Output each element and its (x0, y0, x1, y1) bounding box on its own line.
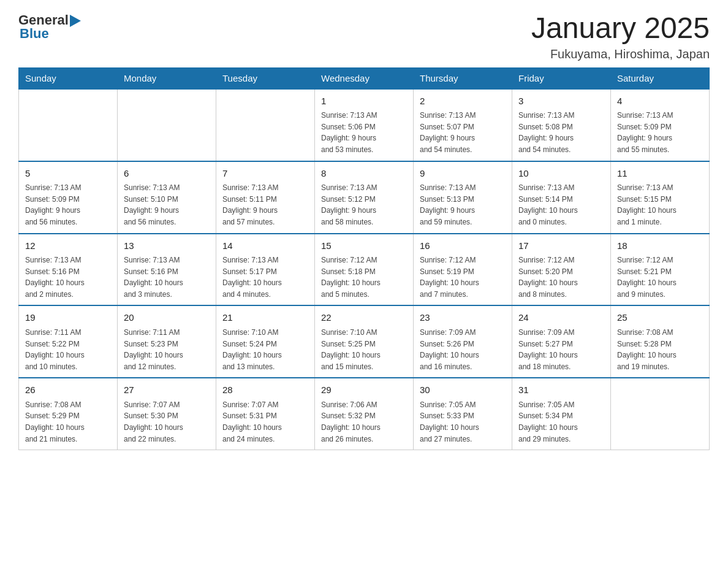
column-header-saturday: Saturday (611, 67, 710, 89)
calendar-empty-cell (19, 89, 118, 161)
logo-triangle-icon (70, 15, 81, 27)
day-number: 4 (617, 94, 703, 109)
title-section: January 2025 Fukuyama, Hiroshima, Japan (531, 12, 710, 61)
calendar-day-11: 11Sunrise: 7:13 AM Sunset: 5:15 PM Dayli… (611, 161, 710, 234)
day-info: Sunrise: 7:08 AM Sunset: 5:29 PM Dayligh… (25, 399, 111, 445)
calendar-day-19: 19Sunrise: 7:11 AM Sunset: 5:22 PM Dayli… (19, 305, 118, 378)
calendar-day-23: 23Sunrise: 7:09 AM Sunset: 5:26 PM Dayli… (414, 305, 512, 378)
day-number: 16 (420, 239, 506, 253)
day-info: Sunrise: 7:11 AM Sunset: 5:23 PM Dayligh… (124, 327, 210, 372)
calendar-day-21: 21Sunrise: 7:10 AM Sunset: 5:24 PM Dayli… (216, 305, 315, 378)
day-number: 18 (617, 239, 703, 253)
calendar-day-16: 16Sunrise: 7:12 AM Sunset: 5:19 PM Dayli… (414, 234, 512, 306)
day-info: Sunrise: 7:06 AM Sunset: 5:32 PM Dayligh… (321, 399, 407, 445)
calendar-empty-cell (216, 89, 315, 161)
calendar-day-18: 18Sunrise: 7:12 AM Sunset: 5:21 PM Dayli… (611, 234, 710, 306)
day-number: 27 (124, 383, 210, 397)
calendar-week-row: 1Sunrise: 7:13 AM Sunset: 5:06 PM Daylig… (19, 89, 710, 161)
calendar-header-row: SundayMondayTuesdayWednesdayThursdayFrid… (19, 67, 710, 89)
day-info: Sunrise: 7:10 AM Sunset: 5:24 PM Dayligh… (222, 327, 308, 372)
column-header-thursday: Thursday (414, 67, 512, 89)
calendar-day-8: 8Sunrise: 7:13 AM Sunset: 5:12 PM Daylig… (315, 161, 414, 234)
day-info: Sunrise: 7:05 AM Sunset: 5:34 PM Dayligh… (518, 399, 604, 445)
calendar-day-14: 14Sunrise: 7:13 AM Sunset: 5:17 PM Dayli… (216, 234, 315, 306)
day-info: Sunrise: 7:13 AM Sunset: 5:08 PM Dayligh… (518, 110, 604, 155)
svg-marker-0 (70, 15, 81, 27)
day-number: 9 (420, 167, 506, 181)
day-info: Sunrise: 7:12 AM Sunset: 5:19 PM Dayligh… (420, 255, 506, 300)
day-number: 15 (321, 239, 407, 253)
day-number: 17 (518, 239, 604, 253)
calendar-day-31: 31Sunrise: 7:05 AM Sunset: 5:34 PM Dayli… (512, 378, 611, 450)
calendar-empty-cell (611, 378, 710, 450)
day-number: 3 (518, 94, 604, 109)
calendar-day-24: 24Sunrise: 7:09 AM Sunset: 5:27 PM Dayli… (512, 305, 611, 378)
calendar-day-3: 3Sunrise: 7:13 AM Sunset: 5:08 PM Daylig… (512, 89, 611, 161)
day-number: 1 (321, 94, 407, 109)
calendar-day-9: 9Sunrise: 7:13 AM Sunset: 5:13 PM Daylig… (414, 161, 512, 234)
day-number: 29 (321, 383, 407, 397)
day-number: 20 (124, 311, 210, 325)
column-header-friday: Friday (512, 67, 611, 89)
calendar-day-12: 12Sunrise: 7:13 AM Sunset: 5:16 PM Dayli… (19, 234, 118, 306)
day-number: 6 (124, 167, 210, 181)
page-title: January 2025 (531, 12, 710, 45)
calendar-day-1: 1Sunrise: 7:13 AM Sunset: 5:06 PM Daylig… (315, 89, 414, 161)
calendar-day-4: 4Sunrise: 7:13 AM Sunset: 5:09 PM Daylig… (611, 89, 710, 161)
column-header-wednesday: Wednesday (315, 67, 414, 89)
day-info: Sunrise: 7:12 AM Sunset: 5:18 PM Dayligh… (321, 255, 407, 300)
calendar-day-13: 13Sunrise: 7:13 AM Sunset: 5:16 PM Dayli… (118, 234, 216, 306)
day-info: Sunrise: 7:05 AM Sunset: 5:33 PM Dayligh… (420, 399, 506, 445)
column-header-monday: Monday (118, 67, 216, 89)
day-number: 12 (25, 239, 111, 253)
day-number: 25 (617, 311, 703, 325)
page-subtitle: Fukuyama, Hiroshima, Japan (531, 47, 710, 61)
day-number: 8 (321, 167, 407, 181)
day-info: Sunrise: 7:10 AM Sunset: 5:25 PM Dayligh… (321, 327, 407, 372)
calendar-day-26: 26Sunrise: 7:08 AM Sunset: 5:29 PM Dayli… (19, 378, 118, 450)
calendar-day-10: 10Sunrise: 7:13 AM Sunset: 5:14 PM Dayli… (512, 161, 611, 234)
day-info: Sunrise: 7:13 AM Sunset: 5:06 PM Dayligh… (321, 110, 407, 155)
calendar-week-row: 5Sunrise: 7:13 AM Sunset: 5:09 PM Daylig… (19, 161, 710, 234)
day-info: Sunrise: 7:07 AM Sunset: 5:30 PM Dayligh… (124, 399, 210, 445)
day-number: 13 (124, 239, 210, 253)
day-info: Sunrise: 7:09 AM Sunset: 5:26 PM Dayligh… (420, 327, 506, 372)
calendar-day-17: 17Sunrise: 7:12 AM Sunset: 5:20 PM Dayli… (512, 234, 611, 306)
day-number: 28 (222, 383, 308, 397)
day-info: Sunrise: 7:13 AM Sunset: 5:09 PM Dayligh… (25, 182, 111, 228)
logo: General Blue (18, 12, 81, 42)
day-number: 7 (222, 167, 308, 181)
calendar-day-28: 28Sunrise: 7:07 AM Sunset: 5:31 PM Dayli… (216, 378, 315, 450)
day-info: Sunrise: 7:13 AM Sunset: 5:11 PM Dayligh… (222, 182, 308, 228)
calendar-week-row: 12Sunrise: 7:13 AM Sunset: 5:16 PM Dayli… (19, 234, 710, 306)
day-info: Sunrise: 7:12 AM Sunset: 5:21 PM Dayligh… (617, 255, 703, 300)
calendar-day-22: 22Sunrise: 7:10 AM Sunset: 5:25 PM Dayli… (315, 305, 414, 378)
calendar-table: SundayMondayTuesdayWednesdayThursdayFrid… (18, 67, 710, 450)
calendar-day-7: 7Sunrise: 7:13 AM Sunset: 5:11 PM Daylig… (216, 161, 315, 234)
column-header-sunday: Sunday (19, 67, 118, 89)
calendar-day-29: 29Sunrise: 7:06 AM Sunset: 5:32 PM Dayli… (315, 378, 414, 450)
calendar-empty-cell (118, 89, 216, 161)
day-info: Sunrise: 7:13 AM Sunset: 5:16 PM Dayligh… (25, 255, 111, 300)
day-info: Sunrise: 7:13 AM Sunset: 5:10 PM Dayligh… (124, 182, 210, 228)
calendar-week-row: 19Sunrise: 7:11 AM Sunset: 5:22 PM Dayli… (19, 305, 710, 378)
day-number: 2 (420, 94, 506, 109)
day-number: 23 (420, 311, 506, 325)
day-number: 26 (25, 383, 111, 397)
day-number: 22 (321, 311, 407, 325)
calendar-day-5: 5Sunrise: 7:13 AM Sunset: 5:09 PM Daylig… (19, 161, 118, 234)
column-header-tuesday: Tuesday (216, 67, 315, 89)
day-info: Sunrise: 7:07 AM Sunset: 5:31 PM Dayligh… (222, 399, 308, 445)
calendar-day-15: 15Sunrise: 7:12 AM Sunset: 5:18 PM Dayli… (315, 234, 414, 306)
calendar-day-2: 2Sunrise: 7:13 AM Sunset: 5:07 PM Daylig… (414, 89, 512, 161)
day-number: 10 (518, 167, 604, 181)
day-info: Sunrise: 7:13 AM Sunset: 5:15 PM Dayligh… (617, 182, 703, 228)
day-number: 11 (617, 167, 703, 181)
logo-blue: Blue (20, 26, 81, 42)
day-info: Sunrise: 7:13 AM Sunset: 5:13 PM Dayligh… (420, 182, 506, 228)
page-header: General Blue January 2025 Fukuyama, Hiro… (18, 12, 710, 61)
day-number: 14 (222, 239, 308, 253)
day-info: Sunrise: 7:13 AM Sunset: 5:14 PM Dayligh… (518, 182, 604, 228)
day-info: Sunrise: 7:13 AM Sunset: 5:07 PM Dayligh… (420, 110, 506, 155)
day-info: Sunrise: 7:13 AM Sunset: 5:17 PM Dayligh… (222, 255, 308, 300)
